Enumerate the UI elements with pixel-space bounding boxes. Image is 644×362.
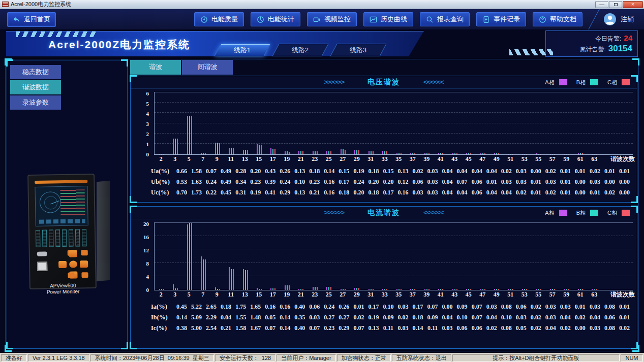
bar-A相 xyxy=(270,148,271,154)
bar-A相 xyxy=(452,153,453,154)
bar-C相 xyxy=(177,288,178,290)
table-cell: 1.58 xyxy=(233,324,248,332)
x-tick-label: 29 xyxy=(350,291,364,301)
x-tick-label: 41 xyxy=(434,291,448,301)
table-cell: 1.67 xyxy=(248,324,263,332)
tab-harmonics[interactable]: 谐波 xyxy=(130,60,181,75)
x-tick-label: 3 xyxy=(168,291,182,301)
table-cell: 0.27 xyxy=(322,314,336,321)
bar-group-h41 xyxy=(434,92,447,154)
nav-report-query-button[interactable]: 报表查询 xyxy=(420,12,470,26)
bar-A相 xyxy=(480,289,481,289)
table-cell: 0.06 xyxy=(307,303,322,311)
nav-history-curve-button[interactable]: 历史曲线 xyxy=(363,12,413,26)
status-segment: 五防系统状态：退出 xyxy=(392,354,451,361)
nav-power-quality-button[interactable]: 电能质量 xyxy=(194,12,244,26)
bar-C相 xyxy=(330,151,331,154)
x-tick-label: 61 xyxy=(573,155,588,165)
table-cell: 1.58 xyxy=(189,168,204,175)
bar-group-h39 xyxy=(420,92,434,154)
legend-swatch xyxy=(622,79,630,85)
video-monitor-icon xyxy=(313,16,321,23)
bar-group-h7 xyxy=(196,223,210,290)
panel-corner xyxy=(631,342,638,349)
chevron-right-decoration: >>>>>> xyxy=(324,78,344,86)
table-cell: 0.01 xyxy=(617,314,632,321)
device-screen-readings xyxy=(60,189,85,215)
y-tick-label: 16 xyxy=(143,235,149,239)
bar-group-h3 xyxy=(168,223,182,290)
status-hint: 提示：按Alt+D组合键打开功能面板 xyxy=(452,354,620,361)
table-cell: 0.04 xyxy=(455,189,470,196)
bar-A相 xyxy=(452,289,453,289)
device-screen-footer xyxy=(39,219,85,224)
sidebar-item-harmonic-data[interactable]: 谐波数据 xyxy=(10,80,61,94)
bar-C相 xyxy=(484,289,485,289)
bar-C相 xyxy=(274,149,275,154)
table-cell: 0.16 xyxy=(322,189,336,196)
bar-C相 xyxy=(498,289,499,289)
bar-group-h33 xyxy=(378,223,392,290)
bar-C相 xyxy=(428,289,430,289)
close-button[interactable]: × xyxy=(623,1,643,8)
bar-C相 xyxy=(582,289,583,289)
bar-A相 xyxy=(564,289,565,289)
tab-line2[interactable]: 线路2 xyxy=(272,44,328,56)
bar-A相 xyxy=(466,289,467,289)
bar-group-h13 xyxy=(238,92,252,154)
bar-B相 xyxy=(287,151,288,154)
table-cell: 0.03 xyxy=(558,303,573,311)
bar-B相 xyxy=(315,287,316,290)
bar-C相 xyxy=(302,151,303,154)
sidebar-corner xyxy=(121,342,128,349)
bar-A相 xyxy=(201,153,202,154)
table-cell: 0.14 xyxy=(411,324,425,332)
x-tick-label: 31 xyxy=(364,155,378,165)
panel-corner xyxy=(130,196,137,203)
bars xyxy=(155,223,601,290)
table-cell: 0.00 xyxy=(617,189,632,196)
back-home-button[interactable]: 返回首页 xyxy=(7,12,56,27)
bar-A相 xyxy=(298,289,299,289)
table-cell: 1.75 xyxy=(233,303,248,311)
x-tick-label: 53 xyxy=(517,291,532,301)
y-axis: 201612840 xyxy=(131,220,152,290)
x-axis: 2357911131517192123252729313335373941434… xyxy=(154,291,601,301)
status-segment: 安全运行天数： 128 xyxy=(215,354,275,361)
bar-group-h57 xyxy=(545,223,559,290)
minimize-button[interactable]: — xyxy=(595,1,608,8)
table-cell: 0.03 xyxy=(425,189,440,196)
table-cell: 0.03 xyxy=(543,178,558,186)
device-ethernet-port xyxy=(37,262,47,271)
bar-C相 xyxy=(526,154,527,154)
nav-help-doc-button[interactable]: 帮助文档 xyxy=(533,12,582,26)
device-up-key xyxy=(69,250,77,257)
table-cell: 0.06 xyxy=(411,178,425,186)
logout-button[interactable]: 注销 xyxy=(603,13,637,26)
tab-interharmonics[interactable]: 间谐波 xyxy=(182,60,233,75)
sidebar-item-waveform-params[interactable]: 录波参数 xyxy=(10,95,61,110)
table-cell: 0.11 xyxy=(381,324,395,332)
sidebar-item-steady-state-data[interactable]: 稳态数据 xyxy=(10,65,61,79)
tab-line1[interactable]: 线路1 xyxy=(214,44,270,56)
bar-A相 xyxy=(215,143,216,154)
bar-B相 xyxy=(259,145,260,154)
bar-C相 xyxy=(233,269,234,289)
table-cell: 0.02 xyxy=(411,168,425,175)
table-cell: 0.01 xyxy=(617,168,632,175)
bar-A相 xyxy=(508,154,509,154)
bar-A相 xyxy=(382,151,383,154)
nav-energy-statistics-button[interactable]: 电能统计 xyxy=(251,12,300,26)
nav-video-monitor-button[interactable]: 视频监控 xyxy=(307,12,357,26)
x-tick-label: 21 xyxy=(294,155,308,165)
table-cell: 0.23 xyxy=(248,178,263,186)
x-tick-label: 45 xyxy=(462,155,476,165)
bar-B相 xyxy=(440,289,441,289)
nav-event-record-button[interactable]: 事件记录 xyxy=(476,12,526,26)
legend-label: A相 xyxy=(545,79,554,86)
tab-line3[interactable]: 线路3 xyxy=(330,44,386,56)
bar-B相 xyxy=(412,153,413,154)
maximize-button[interactable] xyxy=(609,1,622,8)
bar-A相 xyxy=(369,151,370,154)
table-cell: 0.00 xyxy=(573,324,588,332)
